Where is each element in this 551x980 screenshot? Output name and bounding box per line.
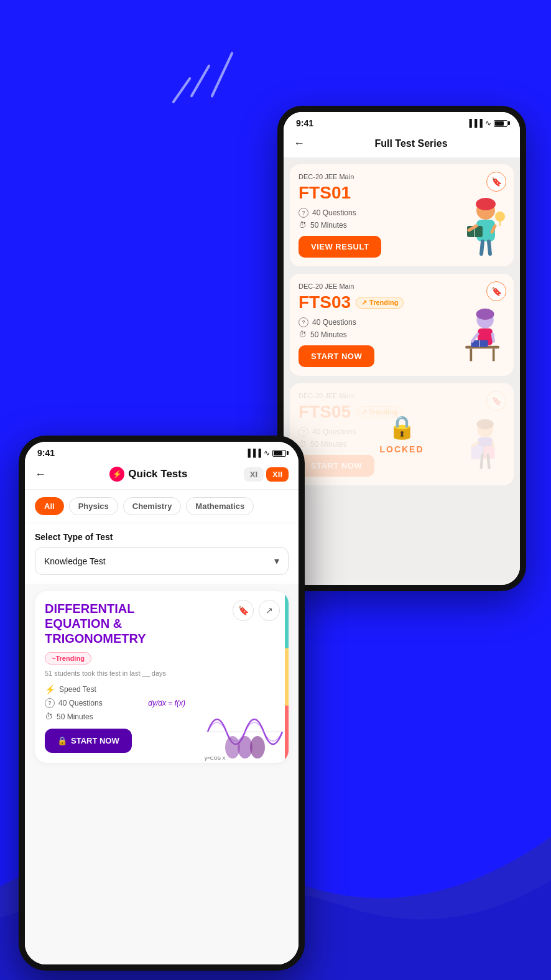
formula-text: dy/dx = f(x): [148, 699, 185, 707]
diff-eq-card[interactable]: DIFFERENTIAL EQUATION & TRIGONOMETRY 🔖 ↗…: [35, 591, 289, 763]
start-now-btn-diff[interactable]: 🔒 START NOW: [45, 729, 132, 753]
status-time-phone2: 9:41: [37, 448, 55, 458]
math-graph: y=COS X: [201, 701, 289, 763]
phone1-header: ← Full Test Series: [284, 132, 520, 158]
speed-icon: ⚡: [45, 684, 55, 694]
svg-point-9: [495, 212, 505, 222]
lock-icon-btn: 🔒: [57, 736, 67, 745]
subject-tab-mathematics[interactable]: Mathematics: [186, 497, 254, 515]
question-icon: ?: [299, 208, 308, 218]
battery-icon-p2: [272, 450, 286, 457]
battery-icon: [494, 120, 507, 127]
students-text: 51 students took this test in last __ da…: [45, 670, 279, 677]
svg-point-1: [476, 198, 496, 210]
test-type-section: Select Type of Test Knowledge Test ▾: [25, 523, 299, 584]
view-result-btn[interactable]: VIEW RESULT: [299, 236, 381, 258]
grade-tab-xi[interactable]: XI: [244, 467, 264, 482]
svg-point-12: [476, 309, 494, 320]
svg-line-8: [489, 241, 490, 254]
chevron-down-icon: ▾: [274, 555, 279, 567]
character-illustration-2: [451, 307, 507, 370]
locked-overlay: 🔒 LOCKED: [290, 383, 514, 485]
test-card-fts01[interactable]: 🔖 DEC-20 JEE Main FTS01 ? 40 Questions ⏱…: [290, 164, 514, 266]
wifi-icon-p2: ∿: [264, 449, 270, 457]
subject-tab-all[interactable]: All: [35, 497, 64, 515]
start-now-btn-fts03[interactable]: START NOW: [299, 345, 374, 367]
grade-tabs: XI XII: [244, 467, 289, 482]
test-type-dropdown[interactable]: Knowledge Test ▾: [35, 547, 289, 575]
signal-icon-p2: ▐▐▐: [245, 449, 261, 457]
question-icon-diff: ?: [45, 698, 55, 708]
trending-tag-diff: ~Trending: [45, 652, 91, 665]
phone1-title: Full Test Series: [312, 138, 510, 149]
phone2-scroll-area[interactable]: DIFFERENTIAL EQUATION & TRIGONOMETRY 🔖 ↗…: [25, 584, 299, 964]
phone2-title-wrap: ⚡ Quick Tests: [53, 467, 244, 482]
dropdown-value: Knowledge Test: [44, 556, 106, 566]
lock-icon-big: 🔒: [388, 414, 416, 441]
status-icons-phone1: ▐▐▐ ∿: [466, 119, 507, 128]
clock-icon-2: ⏱: [299, 330, 307, 339]
back-button-phone1[interactable]: ←: [294, 137, 305, 150]
color-bar: [285, 591, 289, 763]
diff-card-title: DIFFERENTIAL EQUATION & TRIGONOMETRY: [45, 601, 174, 646]
wifi-icon: ∿: [485, 119, 491, 128]
svg-line-20: [493, 334, 494, 342]
back-button-phone2[interactable]: ←: [35, 468, 46, 481]
phone1-scroll-area[interactable]: 🔖 DEC-20 JEE Main FTS01 ? 40 Questions ⏱…: [284, 158, 520, 581]
status-icons-phone2: ▐▐▐ ∿: [245, 449, 286, 457]
svg-line-7: [481, 241, 483, 254]
speed-test-row: ⚡ Speed Test: [45, 684, 279, 694]
phone2-header: ← ⚡ Quick Tests XI XII: [25, 462, 299, 490]
signal-icon: ▐▐▐: [466, 119, 483, 128]
card2-title: FTS03: [299, 292, 351, 312]
phone-full-test-series: 9:41 ▐▐▐ ∿ ← Full Test Series 🔖 DEC-20 J…: [277, 106, 526, 591]
lightning-icon: ⚡: [109, 467, 124, 482]
card2-label: DEC-20 JEE Main: [299, 282, 505, 290]
svg-point-33: [250, 736, 265, 758]
locked-text: LOCKED: [379, 444, 424, 454]
deco-slash-2: [190, 64, 210, 98]
test-card-fts05[interactable]: 🔖 DEC-20 JEE Main FTS05 ↗ Trending ? 40 …: [290, 383, 514, 485]
phone2-title: Quick Tests: [128, 468, 187, 480]
status-bar-phone2: 9:41 ▐▐▐ ∿: [25, 442, 299, 462]
subject-tabs: All Physics Chemistry Mathematics: [25, 490, 299, 523]
bookmark-btn-diff[interactable]: 🔖: [233, 600, 254, 621]
deco-slash-1: [172, 77, 192, 103]
phone-quick-tests: 9:41 ▐▐▐ ∿ ← ⚡ Quick Tests XI XII All: [19, 436, 305, 971]
share-btn-diff[interactable]: ↗: [259, 600, 280, 621]
card1-label: DEC-20 JEE Main: [299, 173, 505, 180]
subject-tab-chemistry[interactable]: Chemistry: [123, 497, 182, 515]
clock-icon-diff: ⏱: [45, 712, 53, 721]
bookmark-btn-fts03[interactable]: 🔖: [486, 281, 506, 301]
svg-text:y=COS X: y=COS X: [205, 755, 226, 761]
subject-tab-physics[interactable]: Physics: [69, 497, 118, 515]
deco-slash-3: [210, 52, 233, 98]
question-icon-2: ?: [299, 317, 308, 327]
clock-icon-1: ⏱: [299, 220, 307, 230]
card-action-buttons: 🔖 ↗: [233, 600, 280, 621]
grade-tab-xii[interactable]: XII: [266, 467, 289, 482]
test-card-fts03[interactable]: 🔖 DEC-20 JEE Main FTS03 ↗ Trending ? 40 …: [290, 274, 514, 376]
trending-badge-fts03: ↗ Trending: [356, 297, 404, 309]
character-illustration-1: [451, 198, 507, 260]
status-time-phone1: 9:41: [296, 118, 313, 128]
status-bar-phone1: 9:41 ▐▐▐ ∿: [284, 112, 520, 132]
bookmark-btn-fts01[interactable]: 🔖: [486, 172, 506, 192]
test-type-label: Select Type of Test: [35, 532, 289, 542]
